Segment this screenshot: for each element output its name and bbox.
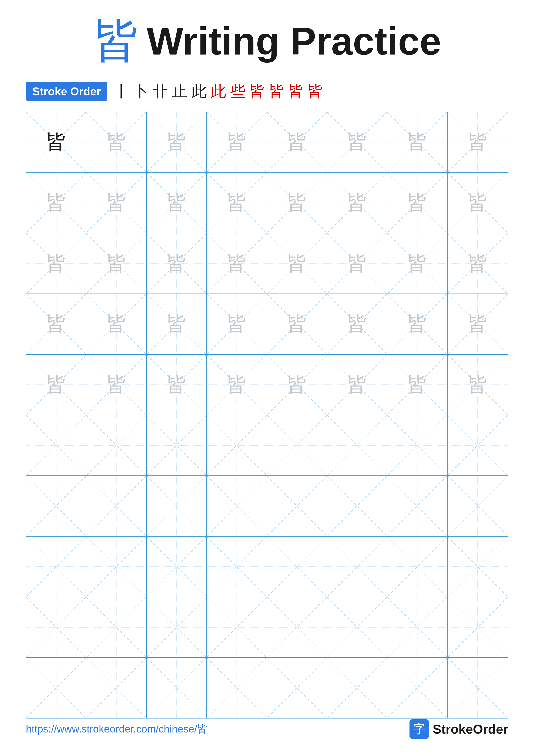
grid-cell-4-3[interactable]: 皆 — [147, 294, 207, 354]
grid-cell-8-3[interactable] — [147, 537, 207, 597]
grid-cell-6-5[interactable] — [267, 415, 327, 475]
grid-cell-4-1[interactable]: 皆 — [26, 294, 87, 354]
grid-cell-9-1[interactable] — [26, 597, 87, 657]
svg-line-130 — [87, 597, 146, 657]
stroke-step-4: 止 — [172, 84, 188, 99]
grid-cell-9-2[interactable] — [87, 597, 146, 657]
grid-cell-3-1[interactable]: 皆 — [26, 233, 87, 293]
grid-cell-9-3[interactable] — [147, 597, 207, 657]
grid-cell-10-2[interactable] — [87, 658, 146, 718]
cell-char-light: 皆 — [468, 132, 488, 152]
grid-cell-1-4[interactable]: 皆 — [207, 112, 267, 172]
grid-cell-10-7[interactable] — [387, 658, 447, 718]
grid-cell-4-7[interactable]: 皆 — [387, 294, 447, 354]
grid-cell-1-1[interactable]: 皆 — [26, 112, 87, 172]
grid-cell-4-4[interactable]: 皆 — [207, 294, 267, 354]
grid-cell-8-8[interactable] — [447, 537, 508, 597]
grid-cell-3-4[interactable]: 皆 — [207, 233, 267, 293]
grid-cell-6-1[interactable] — [26, 415, 87, 475]
grid-cell-8-7[interactable] — [387, 537, 447, 597]
grid-cell-8-1[interactable] — [26, 537, 87, 597]
grid-cell-9-8[interactable] — [447, 597, 508, 657]
svg-line-96 — [26, 476, 86, 536]
grid-cell-2-7[interactable]: 皆 — [387, 173, 447, 233]
grid-cell-9-7[interactable] — [387, 597, 447, 657]
grid-cell-3-6[interactable]: 皆 — [327, 233, 387, 293]
grid-cell-6-7[interactable] — [387, 415, 447, 475]
grid-cell-3-3[interactable]: 皆 — [147, 233, 207, 293]
grid-cell-7-1[interactable] — [26, 476, 87, 536]
grid-cell-1-2[interactable]: 皆 — [87, 112, 146, 172]
grid-cell-10-1[interactable] — [26, 658, 87, 718]
grid-cell-5-3[interactable]: 皆 — [147, 355, 207, 415]
grid-cell-7-2[interactable] — [87, 476, 146, 536]
grid-cell-5-8[interactable]: 皆 — [447, 355, 508, 415]
grid-cell-5-5[interactable]: 皆 — [267, 355, 327, 415]
grid-cell-1-8[interactable]: 皆 — [447, 112, 508, 172]
grid-cell-9-6[interactable] — [327, 597, 387, 657]
grid-cell-8-5[interactable] — [267, 537, 327, 597]
svg-line-108 — [387, 476, 447, 536]
svg-line-146 — [87, 658, 146, 718]
grid-cell-9-5[interactable] — [267, 597, 327, 657]
grid-cell-7-5[interactable] — [267, 476, 327, 536]
grid-cell-3-7[interactable]: 皆 — [387, 233, 447, 293]
grid-cell-4-6[interactable]: 皆 — [327, 294, 387, 354]
brand-name: StrokeOrder — [433, 722, 508, 737]
grid-cell-6-4[interactable] — [207, 415, 267, 475]
grid-cell-7-7[interactable] — [387, 476, 447, 536]
grid-cell-10-3[interactable] — [147, 658, 207, 718]
grid-cell-2-6[interactable]: 皆 — [327, 173, 387, 233]
grid-cell-5-6[interactable]: 皆 — [327, 355, 387, 415]
svg-line-84 — [147, 415, 206, 475]
grid-cell-9-4[interactable] — [207, 597, 267, 657]
stroke-step-11: 皆 — [308, 84, 323, 99]
footer-url-link[interactable]: https://www.strokeorder.com/chinese/皆 — [26, 722, 207, 736]
grid-cell-1-5[interactable]: 皆 — [267, 112, 327, 172]
grid-cell-4-5[interactable]: 皆 — [267, 294, 327, 354]
grid-cell-10-8[interactable] — [447, 658, 508, 718]
grid-cell-5-7[interactable]: 皆 — [387, 355, 447, 415]
grid-cell-6-3[interactable] — [147, 415, 207, 475]
grid-cell-2-8[interactable]: 皆 — [447, 173, 508, 233]
grid-cell-1-3[interactable]: 皆 — [147, 112, 207, 172]
grid-cell-8-4[interactable] — [207, 537, 267, 597]
grid-cell-2-3[interactable]: 皆 — [147, 173, 207, 233]
grid-cell-8-6[interactable] — [327, 537, 387, 597]
grid-cell-2-5[interactable]: 皆 — [267, 173, 327, 233]
svg-line-140 — [387, 597, 447, 657]
grid-cell-7-4[interactable] — [207, 476, 267, 536]
grid-cell-5-1[interactable]: 皆 — [26, 355, 87, 415]
grid-cell-1-6[interactable]: 皆 — [327, 112, 387, 172]
stroke-step-3: 卝 — [153, 84, 168, 99]
grid-cell-1-7[interactable]: 皆 — [387, 112, 447, 172]
grid-cell-10-4[interactable] — [207, 658, 267, 718]
grid-cell-3-5[interactable]: 皆 — [267, 233, 327, 293]
grid-cell-5-2[interactable]: 皆 — [87, 355, 146, 415]
grid-cell-3-2[interactable]: 皆 — [87, 233, 146, 293]
svg-line-156 — [387, 658, 447, 718]
grid-cell-6-6[interactable] — [327, 415, 387, 475]
svg-line-133 — [147, 597, 206, 657]
grid-cell-7-3[interactable] — [147, 476, 207, 536]
grid-cell-6-2[interactable] — [87, 415, 146, 475]
grid-row-4: 皆 皆 皆 皆 皆 皆 皆 皆 — [26, 294, 508, 355]
grid-cell-2-1[interactable]: 皆 — [26, 173, 87, 233]
svg-line-142 — [447, 597, 508, 657]
grid-cell-8-2[interactable] — [87, 537, 146, 597]
svg-line-147 — [87, 658, 146, 718]
grid-cell-7-6[interactable] — [327, 476, 387, 536]
grid-cell-3-8[interactable]: 皆 — [447, 233, 508, 293]
grid-cell-10-6[interactable] — [327, 658, 387, 718]
svg-line-83 — [87, 415, 146, 475]
grid-cell-6-8[interactable] — [447, 415, 508, 475]
grid-row-5: 皆 皆 皆 皆 皆 皆 皆 皆 — [26, 355, 508, 415]
grid-cell-2-2[interactable]: 皆 — [87, 173, 146, 233]
grid-cell-5-4[interactable]: 皆 — [207, 355, 267, 415]
grid-cell-10-5[interactable] — [267, 658, 327, 718]
grid-cell-2-4[interactable]: 皆 — [207, 173, 267, 233]
grid-cell-4-2[interactable]: 皆 — [87, 294, 146, 354]
page-title: Writing Practice — [147, 19, 441, 63]
grid-cell-7-8[interactable] — [447, 476, 508, 536]
grid-cell-4-8[interactable]: 皆 — [447, 294, 508, 354]
